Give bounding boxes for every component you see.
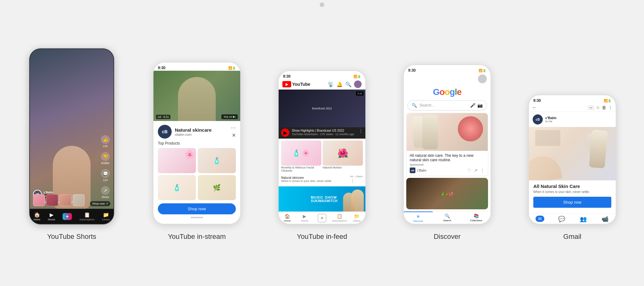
discover-share-icon[interactable]: ↗ <box>474 168 478 173</box>
instream-product-3[interactable]: 🧴 <box>158 175 196 200</box>
instream-brand-logo: cB <box>158 125 172 139</box>
infeed-nav-library[interactable]: 📁 Library <box>348 212 365 224</box>
infeed-ad-product-2[interactable]: 🌺 Natural Moistur <box>323 140 363 172</box>
instream-skip-label: Skip ad <box>224 115 232 118</box>
product1-rose-icon: 🌸 <box>302 149 310 157</box>
youtube-text: YouTube <box>292 82 310 87</box>
g1: G <box>433 87 440 97</box>
discover-food-img-placeholder: 🥦🥕🥩 <box>441 192 453 195</box>
gmail-contacts-icon: 👥 <box>580 216 587 223</box>
g5: l <box>455 87 457 97</box>
discover-cam-icon[interactable]: 📷 <box>477 103 483 108</box>
shorts-thumb-4[interactable] <box>73 194 85 206</box>
shorts-nav-library[interactable]: 📁 Library <box>102 212 110 221</box>
shorts-thumb-1[interactable] <box>33 194 45 206</box>
shorts-dislike-item[interactable]: 👎 Dislike <box>101 152 110 165</box>
infeed-video-thumb-text: Brandcast 2022 <box>310 105 334 112</box>
discover-sponsored-tag: Sponsored <box>410 163 424 166</box>
gmail-time: 9:30 <box>533 98 541 103</box>
gmail-nav-mail[interactable]: ✉ <box>529 214 551 224</box>
phones-row: 9:30 📶🔋 👍 12K 👎 Dislike 💬 123 <box>6 48 638 241</box>
discover-mic-icon[interactable]: 🎤 <box>470 103 475 108</box>
bell-icon[interactable]: 🔔 <box>336 81 343 87</box>
shorts-thumb-2[interactable] <box>46 194 58 206</box>
infeed-phone-shell: 9:30 📶🔋 ▶ YouTube 📡 🔔 🔍 Brand <box>278 70 366 224</box>
discover-search-bar[interactable]: 🔍 Search... 🎤 📷 <box>408 100 487 110</box>
discover-more-icon[interactable]: ⋮ <box>480 168 485 173</box>
search-icon[interactable]: 🔍 <box>345 81 352 87</box>
gmail-sender-info: c'Balm to me <box>545 116 557 123</box>
discover-nav-search[interactable]: 🔍 Search <box>433 212 462 224</box>
infeed-ad-product-1[interactable]: 🧴 🌸 Rosehip & Hibiscus Facial Cleanser <box>281 140 321 172</box>
infeed-video-thumb[interactable]: Brandcast 2022 2:12 <box>279 90 365 127</box>
gmail-meet-icon: 📹 <box>602 216 608 223</box>
gmail-product-bottle-large <box>589 129 608 168</box>
discover-profile-pic[interactable] <box>478 74 487 83</box>
infeed-nav-shorts[interactable]: ▶ Shorts <box>296 212 313 224</box>
shorts-nav-plus[interactable]: + <box>63 213 72 220</box>
product2-flower-icon: 🌺 <box>337 148 348 158</box>
instream-product-4[interactable]: 🌿 <box>198 175 236 200</box>
shorts-thumb-3[interactable] <box>59 194 71 206</box>
user-avatar[interactable] <box>354 80 362 88</box>
instream-close-btn[interactable]: ✕ <box>232 132 236 138</box>
gmail-sender-avatar: cB <box>533 114 543 124</box>
product1-tube-icon: 🧴 <box>292 149 300 157</box>
instream-more-btn[interactable]: ⋯ <box>231 125 236 131</box>
infeed-more-icon[interactable]: ⋮ <box>358 129 363 134</box>
infeed-banner[interactable]: MUSIC SHOW SUKIMASWITCH <box>279 186 365 212</box>
gmail-more-icon[interactable]: ⋮ <box>608 105 613 110</box>
shorts-nav-home[interactable]: 🏠 Home <box>34 212 40 221</box>
infeed-time: 9:30 <box>283 74 291 79</box>
shorts-nav-subs[interactable]: 📋 Subscriptions <box>80 212 95 221</box>
gmail-star-icon[interactable]: ☆ <box>596 105 600 110</box>
gmail-status-bar: 9:30 📶🔋 <box>529 95 616 103</box>
shorts-comment-item[interactable]: 💬 123 <box>101 169 110 182</box>
g6: e <box>457 87 462 97</box>
gmail-nav-contacts[interactable]: 👥 <box>572 214 594 224</box>
cast-icon[interactable]: 📡 <box>328 81 334 87</box>
discover-ad-image <box>407 113 488 151</box>
infeed-nav-subs[interactable]: 📋 Subscriptions <box>331 212 348 224</box>
shorts-shop-btn[interactable]: Shop now ↗ <box>90 201 110 206</box>
discover-nav-collections[interactable]: 📚 Collections <box>462 212 491 224</box>
instream-product-2[interactable]: 🧴 <box>198 148 236 173</box>
gmail-nav-chat[interactable]: 💬 <box>551 214 572 224</box>
discover-nav-discover[interactable]: ✳ Discover <box>404 212 433 224</box>
shorts-nav-library-label: Library <box>102 218 110 221</box>
infeed-ad-product-img-2: 🌺 <box>323 140 363 166</box>
shorts-subs-icon: 📋 <box>84 212 90 218</box>
discover-brand-row: cB c'Balm ♡ ↗ ⋮ <box>410 168 485 173</box>
instream-skip-icon: ▶| <box>233 115 236 118</box>
infeed-video-card: Brandcast 2022 2:12 ▶ Show Highlights | … <box>279 90 365 139</box>
shorts-right-actions: 👍 12K 👎 Dislike 💬 123 ↗ Share <box>101 135 110 199</box>
infeed-ad-brand-row: Natural skincare When it comes to your s… <box>281 174 363 184</box>
discover-like-icon[interactable]: ♡ <box>467 168 471 173</box>
shorts-like-item[interactable]: 👍 12K <box>101 135 110 148</box>
shorts-shop-label: Shop now <box>92 202 105 205</box>
infeed-banner-text: MUSIC SHOW SUKIMASWITCH <box>307 195 338 203</box>
gmail-back-btn[interactable]: ← <box>532 105 537 110</box>
instream-shop-btn[interactable]: Shop now <box>158 203 236 214</box>
discover-collections-icon: 📚 <box>474 213 479 218</box>
instream-time: 9:30 <box>158 66 165 70</box>
instream-skip-btn[interactable]: Skip ad ▶| <box>221 114 238 119</box>
infeed-home-icon: 🏠 <box>285 214 290 219</box>
infeed-product1-label: Rosehip & Hibiscus Facial Cleanser <box>281 166 321 172</box>
phone-column-gmail: 9:30 📶🔋 ← Ad ☆ 🗑 ⋮ cB c'Balm to me <box>514 95 630 241</box>
gmail-product-image <box>529 127 616 180</box>
gmail-delete-icon[interactable]: 🗑 <box>602 105 606 110</box>
gmail-nav-meet[interactable]: 📹 <box>594 214 616 224</box>
shorts-nav-home-label: Home <box>34 218 40 221</box>
instream-product-1[interactable]: 🌸 <box>158 148 196 173</box>
shorts-share-item[interactable]: ↗ Share <box>101 186 110 199</box>
shorts-bottom-nav: 🏠 Home ▶ Shorts + 📋 Subscriptions 📁 Libr… <box>30 209 114 224</box>
discover-bottom-nav: ✳ Discover 🔍 Search 📚 Collections <box>404 211 491 224</box>
gmail-phone-shell: 9:30 📶🔋 ← Ad ☆ 🗑 ⋮ cB c'Balm to me <box>528 95 616 224</box>
infeed-ad-more-icon[interactable]: ⋮ <box>350 178 355 183</box>
gmail-shop-btn[interactable]: Shop now <box>533 197 611 208</box>
google-logo: Google <box>433 87 461 97</box>
shorts-nav-shorts[interactable]: ▶ Shorts <box>48 212 55 221</box>
infeed-nav-create[interactable]: + <box>313 212 330 224</box>
infeed-nav-home[interactable]: 🏠 Home <box>279 212 296 224</box>
